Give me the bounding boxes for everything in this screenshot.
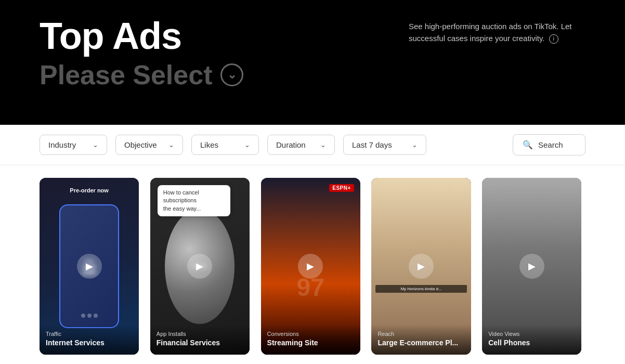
card-2[interactable]: Netflix How to cancel subscriptions the … [150, 178, 250, 355]
card-3[interactable]: 97 ESPN+ ▶ Conversions Streaming Site [261, 178, 360, 355]
card-5-category: Video Views [488, 331, 575, 337]
duration-label: Duration [276, 140, 306, 149]
header-left: Top Ads Please Select ⌄ [40, 17, 243, 90]
espn-badge: ESPN+ [329, 184, 354, 192]
play-button-5[interactable]: ▶ [519, 254, 544, 279]
card-2-title: Financial Services [157, 339, 243, 347]
play-button-4[interactable]: ▶ [409, 254, 434, 279]
cards-grid: ●●●■■■■■■■■ Pre-order now ▶ Traffic Inte… [40, 178, 585, 355]
page-title: Top Ads [40, 17, 243, 56]
card-2-label: App Installs Financial Services [150, 324, 250, 355]
industry-arrow-icon: ⌄ [93, 141, 98, 149]
please-select-dropdown[interactable]: ⌄ [220, 63, 243, 86]
header-description: See high-performing auction ads on TikTo… [409, 21, 585, 44]
industry-label: Industry [48, 140, 76, 149]
search-label: Search [538, 140, 563, 149]
play-button-2[interactable]: ▶ [187, 254, 212, 279]
header: Top Ads Please Select ⌄ See high-perform… [0, 0, 625, 125]
tooltip-line2: the easy way... [163, 205, 201, 212]
card-1-label: Traffic Internet Services [40, 324, 139, 355]
dot-2 [87, 314, 92, 318]
search-icon: 🔍 [523, 140, 533, 150]
card-3-category: Conversions [267, 331, 354, 337]
objective-filter[interactable]: Objective ⌄ [115, 135, 183, 155]
date-label: Last 7 days [352, 140, 392, 149]
card-5[interactable]: ▶ Video Views Cell Phones [482, 178, 581, 355]
card-1[interactable]: ●●●■■■■■■■■ Pre-order now ▶ Traffic Inte… [40, 178, 139, 355]
info-icon[interactable]: i [549, 34, 558, 44]
date-arrow-icon: ⌄ [412, 141, 418, 149]
likes-arrow-icon: ⌄ [244, 141, 250, 149]
duration-arrow-icon: ⌄ [320, 141, 326, 149]
card-1-category: Traffic [46, 331, 133, 337]
card-5-label: Video Views Cell Phones [482, 324, 581, 355]
preorder-text: Pre-order now [40, 187, 139, 193]
subtitle-overlay: My Horizons kinda d... [375, 285, 466, 293]
likes-label: Likes [200, 140, 218, 149]
phone-dots [81, 314, 98, 318]
cards-section: ●●●■■■■■■■■ Pre-order now ▶ Traffic Inte… [0, 165, 625, 364]
search-box[interactable]: 🔍 Search [513, 134, 585, 155]
play-button-3[interactable]: ▶ [298, 254, 323, 279]
objective-arrow-icon: ⌄ [168, 141, 174, 149]
play-button-1[interactable]: ▶ [77, 254, 102, 279]
tooltip-line1: How to cancel subscriptions [163, 189, 199, 203]
likes-filter[interactable]: Likes ⌄ [191, 135, 259, 155]
tooltip-bubble: How to cancel subscriptions the easy way… [158, 185, 230, 216]
card-1-title: Internet Services [46, 339, 133, 347]
dot-3 [94, 314, 98, 318]
industry-filter[interactable]: Industry ⌄ [40, 135, 107, 155]
card-4-title: Large E-commerce Pl... [377, 339, 464, 347]
card-3-label: Conversions Streaming Site [261, 324, 360, 355]
filter-bar: Industry ⌄ Objective ⌄ Likes ⌄ Duration … [0, 125, 625, 165]
objective-label: Objective [124, 140, 157, 149]
card-3-title: Streaming Site [267, 339, 354, 347]
date-filter[interactable]: Last 7 days ⌄ [343, 135, 426, 155]
duration-filter[interactable]: Duration ⌄ [267, 135, 335, 155]
card-4-label: Reach Large E-commerce Pl... [371, 324, 471, 355]
card-4-category: Reach [377, 331, 464, 337]
card-4[interactable]: My Horizons kinda d... ▶ Reach Large E-c… [371, 178, 471, 355]
header-subtitle[interactable]: Please Select ⌄ [40, 59, 243, 90]
dot-1 [81, 314, 85, 318]
card-2-category: App Installs [157, 331, 243, 337]
card-5-title: Cell Phones [488, 339, 575, 347]
subtitle-text: Please Select [40, 59, 212, 90]
